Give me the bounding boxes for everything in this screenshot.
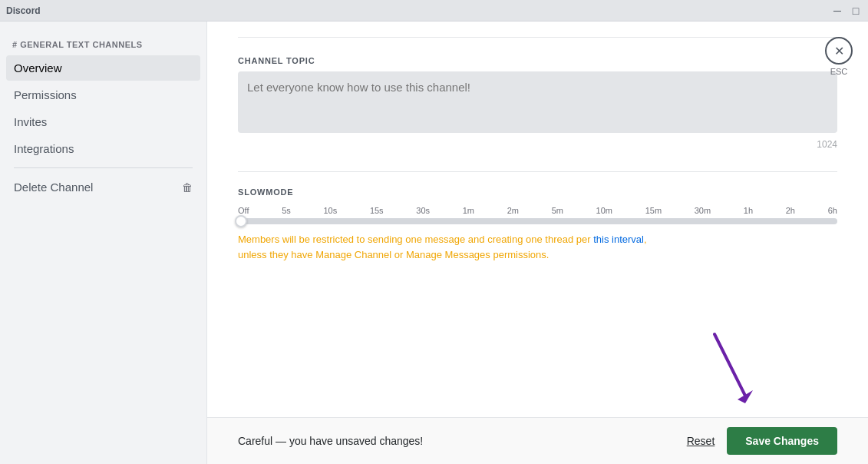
reset-button[interactable]: Reset <box>687 435 715 447</box>
delete-channel-item[interactable]: Delete Channel 🗑 <box>6 174 200 200</box>
sidebar-item-invites[interactable]: Invites <box>6 109 200 134</box>
esc-button[interactable]: ✕ ESC <box>825 37 853 76</box>
slider-label-30s: 30s <box>416 206 430 215</box>
content-area: CHANNEL TOPIC 1024 SLOWMODE Off 5s 10s 1… <box>207 22 868 464</box>
slowmode-info: Members will be restricted to sending on… <box>238 232 837 262</box>
sidebar: # GENERAL TEXT CHANNELS Overview Permiss… <box>0 22 207 464</box>
slider-label-1m: 1m <box>463 206 474 215</box>
sidebar-divider <box>14 167 193 168</box>
slowmode-label: SLOWMODE <box>238 187 837 197</box>
channel-topic-label: CHANNEL TOPIC <box>238 56 837 65</box>
section-divider <box>238 171 837 172</box>
bottom-bar-actions: Reset Save Changes <box>687 427 837 455</box>
slider-label-1h: 1h <box>744 206 753 215</box>
slowmode-link: this interval <box>593 234 644 245</box>
slider-label-10s: 10s <box>323 206 337 215</box>
slider-label-5s: 5s <box>282 206 291 215</box>
slider-label-6h: 6h <box>828 206 837 215</box>
slider-label-30m: 30m <box>695 206 711 215</box>
app-title: Discord <box>6 5 41 16</box>
slider-label-5m: 5m <box>552 206 563 215</box>
app-body: # GENERAL TEXT CHANNELS Overview Permiss… <box>0 22 868 464</box>
slider-label-15s: 15s <box>370 206 384 215</box>
sidebar-item-permissions[interactable]: Permissions <box>6 82 200 108</box>
maximize-button[interactable]: □ <box>850 5 862 17</box>
slider-track <box>238 218 837 224</box>
unsaved-changes-text: Careful — you have unsaved changes! <box>238 435 423 447</box>
close-icon: ✕ <box>825 37 853 65</box>
content-scroll: CHANNEL TOPIC 1024 SLOWMODE Off 5s 10s 1… <box>207 22 868 417</box>
channel-topic-section: CHANNEL TOPIC 1024 <box>238 56 837 150</box>
top-divider <box>238 37 837 38</box>
save-changes-button[interactable]: Save Changes <box>727 427 837 455</box>
sidebar-item-overview[interactable]: Overview <box>6 55 200 81</box>
slowmode-section: SLOWMODE Off 5s 10s 15s 30s 1m 2m 5m 10m… <box>238 187 837 262</box>
sidebar-item-integrations[interactable]: Integrations <box>6 136 200 161</box>
char-count: 1024 <box>238 139 837 150</box>
slider-label-2h: 2h <box>786 206 795 215</box>
slider-container: Off 5s 10s 15s 30s 1m 2m 5m 10m 15m 30m … <box>238 206 837 224</box>
slider-label-15m: 15m <box>645 206 662 215</box>
trash-icon: 🗑 <box>182 181 193 194</box>
slider-label-off: Off <box>238 206 249 215</box>
title-bar: Discord ─ □ <box>0 0 868 22</box>
slider-label-10m: 10m <box>596 206 612 215</box>
slider-labels: Off 5s 10s 15s 30s 1m 2m 5m 10m 15m 30m … <box>238 206 837 215</box>
window-controls: ─ □ <box>831 5 862 17</box>
slider-label-2m: 2m <box>507 206 519 215</box>
channel-topic-input[interactable] <box>238 71 837 133</box>
sidebar-section-header: # GENERAL TEXT CHANNELS <box>6 34 200 52</box>
esc-label: ESC <box>830 67 848 76</box>
minimize-button[interactable]: ─ <box>831 5 843 17</box>
bottom-bar: Careful — you have unsaved changes! Rese… <box>207 417 868 464</box>
